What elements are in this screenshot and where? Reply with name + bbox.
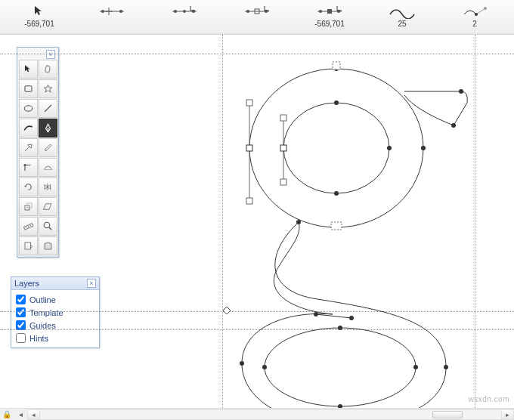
handles-count-value: 2 — [454, 20, 496, 28]
convert-node-icon — [236, 3, 278, 20]
svg-rect-58 — [246, 100, 252, 106]
lock-icon[interactable]: 🔒 — [0, 410, 14, 418]
svg-rect-66 — [331, 222, 342, 230]
cursor-position-readout: -569,701 — [18, 3, 60, 31]
handles-count-readout: 2 — [454, 3, 496, 31]
convert-point-option[interactable] — [236, 3, 278, 31]
pointer-icon — [18, 3, 60, 20]
curve-handles-icon — [454, 3, 496, 20]
svg-point-37 — [421, 146, 426, 150]
svg-point-54 — [314, 312, 318, 317]
split-left-icon[interactable]: ◂ — [14, 410, 27, 418]
horizontal-scrollbar[interactable]: ◂ ▸ — [27, 409, 514, 420]
svg-point-35 — [265, 328, 416, 406]
scroll-left-arrow-icon[interactable]: ◂ — [28, 410, 40, 419]
svg-point-50 — [338, 326, 342, 330]
curve-tension-value: 25 — [381, 20, 423, 28]
svg-point-42 — [334, 191, 339, 196]
svg-point-4 — [174, 10, 177, 13]
top-options-bar: -569,701 -569,701 25 2 — [0, 0, 514, 35]
svg-point-33 — [249, 69, 423, 227]
scroll-thumb[interactable] — [432, 411, 463, 418]
svg-line-15 — [476, 8, 485, 14]
node-pos-icon — [308, 3, 351, 20]
glyph-canvas[interactable] — [0, 35, 514, 408]
svg-point-16 — [475, 13, 478, 16]
svg-rect-13 — [327, 9, 332, 14]
node-position-value: -569,701 — [308, 20, 351, 28]
insert-node-icon — [163, 3, 206, 20]
curve-tension-readout: 25 — [381, 3, 423, 31]
svg-point-55 — [349, 316, 354, 320]
svg-point-34 — [283, 103, 389, 193]
curve-tension-icon — [381, 3, 423, 20]
svg-rect-60 — [246, 145, 252, 151]
svg-point-8 — [246, 10, 249, 13]
svg-point-47 — [444, 365, 448, 369]
scroll-right-arrow-icon[interactable]: ▸ — [501, 410, 513, 419]
svg-point-53 — [262, 365, 267, 369]
svg-point-2 — [119, 10, 122, 13]
svg-point-46 — [296, 220, 301, 224]
svg-point-45 — [451, 123, 456, 128]
node-position-readout: -569,701 — [308, 3, 351, 31]
scroll-track[interactable] — [40, 410, 501, 419]
svg-point-12 — [319, 10, 322, 13]
svg-point-17 — [484, 7, 487, 10]
svg-point-40 — [334, 100, 339, 105]
svg-point-5 — [183, 10, 186, 13]
add-start-point-option[interactable] — [91, 3, 133, 31]
cursor-position-value: -569,701 — [18, 20, 60, 28]
add-node-icon — [91, 3, 133, 20]
svg-point-51 — [413, 365, 418, 369]
svg-point-1 — [101, 10, 104, 13]
svg-rect-67 — [333, 62, 340, 69]
svg-rect-59 — [246, 198, 252, 204]
watermark-text: wsxdn.com — [468, 395, 509, 403]
svg-rect-64 — [280, 179, 286, 185]
svg-point-49 — [240, 361, 244, 366]
svg-point-44 — [459, 89, 463, 94]
svg-point-41 — [387, 146, 392, 150]
svg-rect-63 — [280, 115, 286, 121]
svg-rect-65 — [280, 145, 286, 151]
glyph-outline[interactable] — [219, 50, 491, 420]
status-bar: 🔒 ◂ ◂ ▸ — [0, 408, 514, 420]
insert-point-option[interactable] — [163, 3, 206, 31]
